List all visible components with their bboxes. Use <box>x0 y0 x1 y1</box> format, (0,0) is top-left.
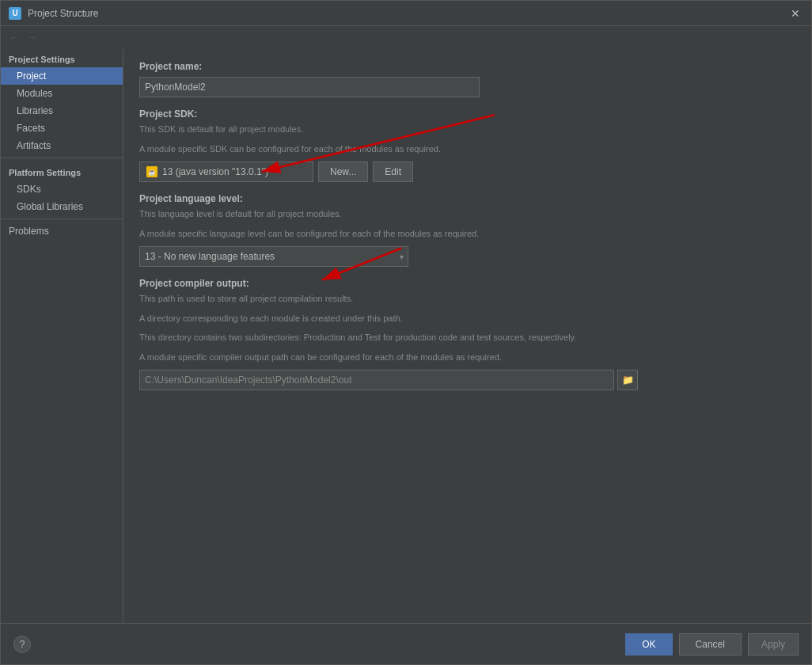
sdk-edit-button[interactable]: Edit <box>373 162 413 182</box>
compiler-path-input[interactable] <box>139 370 614 390</box>
bottom-bar: ? OK Cancel Apply <box>1 623 811 664</box>
ok-button[interactable]: OK <box>625 633 672 656</box>
sidebar-item-global-libraries[interactable]: Global Libraries <box>1 198 123 215</box>
main-wrapper: Project Settings Project Modules Librari… <box>1 48 811 623</box>
dialog-title: Project Structure <box>28 8 98 19</box>
sidebar-item-libraries[interactable]: Libraries <box>1 102 123 120</box>
main-content: Project name: Project SDK: This SDK is d… <box>123 48 811 623</box>
compiler-desc2: A directory corresponding to each module… <box>139 312 795 325</box>
lang-level-select-wrapper: 13 - No new language features 17. new la… <box>139 246 408 267</box>
project-name-input[interactable] <box>139 77 480 97</box>
sidebar: Project Settings Project Modules Librari… <box>1 48 123 623</box>
nav-bar: ← → <box>1 26 811 48</box>
project-settings-label: Project Settings <box>1 48 123 67</box>
project-sdk-label: Project SDK: <box>139 108 795 120</box>
bottom-right-buttons: OK Cancel Apply <box>625 633 799 656</box>
sdk-value: 13 (java version "13.0.1") <box>162 166 268 177</box>
compiler-desc3: This directory contains two subdirectori… <box>139 331 795 344</box>
sdk-new-button[interactable]: New... <box>318 162 368 182</box>
folder-icon: 📁 <box>622 374 634 386</box>
sdk-dropdown[interactable]: ☕ 13 (java version "13.0.1") <box>139 162 313 182</box>
project-sdk-desc2: A module specific SDK can be configured … <box>139 142 795 156</box>
sdk-icon: ☕ <box>146 166 157 177</box>
sidebar-item-facets[interactable]: Facets <box>1 120 123 137</box>
cancel-button[interactable]: Cancel <box>679 633 742 656</box>
project-lang-desc2: A module specific language level can be … <box>139 227 795 241</box>
platform-settings-label: Platform Settings <box>1 162 123 180</box>
compiler-desc1: This path is used to store all project c… <box>139 292 795 306</box>
project-sdk-desc1: This SDK is default for all project modu… <box>139 123 795 136</box>
sidebar-item-sdks[interactable]: SDKs <box>1 180 123 198</box>
help-button[interactable]: ? <box>13 636 31 653</box>
title-bar: U Project Structure ✕ <box>1 1 811 26</box>
close-button[interactable]: ✕ <box>787 6 803 21</box>
sidebar-divider <box>1 158 123 158</box>
project-structure-dialog: U Project Structure ✕ ← → Project Settin… <box>0 0 812 665</box>
title-bar-left: U Project Structure <box>9 7 98 20</box>
forward-button[interactable]: → <box>25 29 39 45</box>
sidebar-divider-2 <box>1 218 123 219</box>
app-icon: U <box>9 7 21 20</box>
lang-level-row: 13 - No new language features 17. new la… <box>139 246 795 267</box>
project-lang-desc1: This language level is default for all p… <box>139 207 795 221</box>
project-lang-level-label: Project language level: <box>139 193 795 204</box>
content-area: Project Settings Project Modules Librari… <box>1 48 811 623</box>
apply-button[interactable]: Apply <box>748 633 799 656</box>
sidebar-item-project[interactable]: Project <box>1 67 123 85</box>
project-name-label: Project name: <box>139 61 795 72</box>
sidebar-item-modules[interactable]: Modules <box>1 85 123 102</box>
back-button[interactable]: ← <box>7 29 21 45</box>
compiler-path-row: 📁 <box>139 370 795 390</box>
compiler-output-label: Project compiler output: <box>139 278 795 289</box>
lang-level-select[interactable]: 13 - No new language features 17. new la… <box>139 246 408 267</box>
compiler-path-folder-button[interactable]: 📁 <box>617 370 638 390</box>
sidebar-item-problems[interactable]: Problems <box>1 222 123 240</box>
sidebar-item-artifacts[interactable]: Artifacts <box>1 137 123 154</box>
compiler-desc4: A module specific compiler output path c… <box>139 351 795 364</box>
sdk-row: ☕ 13 (java version "13.0.1") New... Edit <box>139 162 795 182</box>
